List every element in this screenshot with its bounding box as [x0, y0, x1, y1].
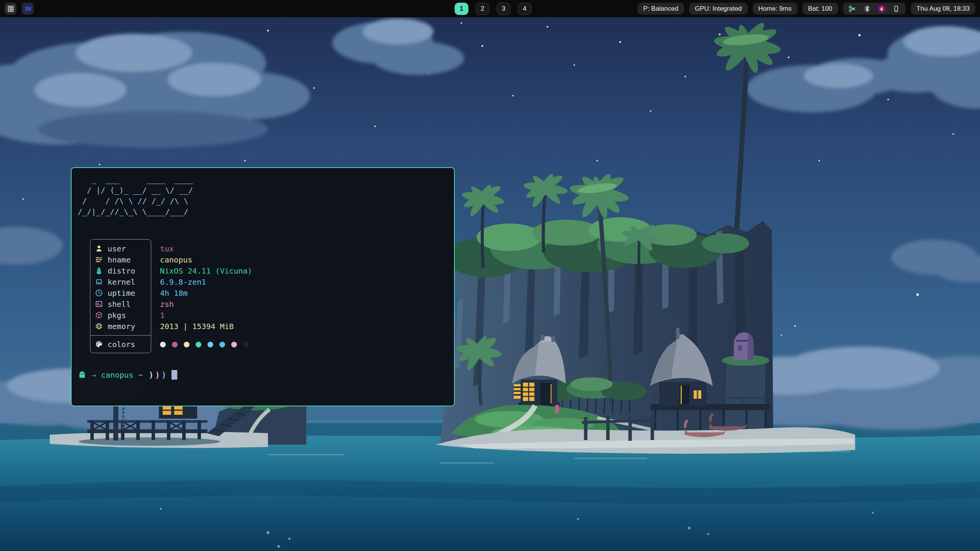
fetch-label: memory: [108, 322, 135, 331]
top-status-bar: $W 1 2 3 4 P: Balanced GPU: Integrated H…: [0, 0, 980, 17]
fetch-label: user: [108, 244, 126, 253]
fetch-row-colors: colors: [90, 335, 151, 353]
list-icon: [95, 256, 103, 264]
fetch-label: uptime: [108, 289, 135, 298]
fetch-row-uptime: uptime: [95, 287, 151, 298]
scissors-icon[interactable]: [848, 5, 857, 13]
fetch-label: hname: [108, 255, 131, 264]
color-swatch: [219, 342, 225, 347]
hut-left-lit-windows: [514, 383, 534, 401]
battery-module[interactable]: Bat: 100: [802, 3, 838, 15]
workspace-label: 2: [481, 5, 484, 13]
fetch-value-distro: NixOS 24.11 (Vicuna): [160, 265, 252, 276]
laptop-icon: [95, 278, 103, 286]
color-swatch: [184, 342, 189, 347]
prompt-chevron-1: ): [143, 370, 154, 380]
color-swatch: [160, 342, 166, 347]
package-icon: [95, 311, 103, 320]
user-icon: [95, 245, 103, 253]
palette-icon: [95, 340, 103, 349]
terminal-color-swatches: [160, 336, 252, 353]
workspace-label: 3: [502, 5, 505, 13]
system-tray: [843, 3, 906, 15]
shell-icon: [95, 300, 103, 308]
terminal-cursor[interactable]: [172, 370, 177, 380]
color-swatch: [196, 342, 201, 347]
color-swatch: [172, 342, 178, 347]
penguin-icon: [95, 267, 103, 275]
system-fetch: user hname distro: [90, 239, 449, 353]
gpu-label: GPU: Integrated: [695, 5, 742, 13]
fetch-value-hname: canopus: [160, 254, 252, 265]
workspace-button-1[interactable]: 1: [455, 3, 469, 15]
fetch-row-kernel: kernel: [95, 276, 151, 287]
ascii-line: _ ___ ____ ____: [78, 174, 449, 185]
fetch-row-memory: memory: [95, 321, 151, 332]
fetch-label: distro: [108, 266, 135, 276]
background-hut: [159, 405, 197, 419]
workspace-switcher: 1 2 3 4: [455, 0, 532, 17]
workspace-button-4[interactable]: 4: [518, 3, 532, 15]
ghost-icon: [78, 370, 87, 379]
bluetooth-icon[interactable]: [863, 5, 871, 13]
prompt-chevron-3: ): [160, 370, 167, 380]
ascii-line: / / /\ \ // /_/ /\ \: [78, 196, 449, 206]
prompt-chevron-2: ): [154, 370, 160, 380]
fetch-value-kernel: 6.9.8-zen1: [160, 276, 252, 287]
prompt-arrow: →: [87, 370, 96, 380]
grid-icon: [7, 5, 15, 13]
clock-label: Thu Aug 08, 18:33: [916, 5, 970, 13]
fetch-label: kernel: [108, 277, 135, 287]
terminal-launcher-label: $W: [24, 5, 31, 12]
nixos-ascii-logo: _ ___ ____ ____ / |/ (_)_ __/ __ \/ __/ …: [78, 174, 449, 217]
chip-icon: [95, 322, 103, 331]
battery-label: Bat: 100: [808, 5, 832, 13]
color-swatch: [243, 342, 249, 347]
fetch-label: shell: [108, 300, 131, 309]
fetch-value-uptime: 4h 18m: [160, 287, 252, 298]
ascii-line: / |/ (_)_ __/ __ \/ __/: [78, 185, 449, 196]
terminal-launcher-button[interactable]: $W: [22, 3, 34, 15]
flame-icon[interactable]: [877, 5, 886, 13]
workspace-label: 1: [460, 5, 463, 13]
clock-module[interactable]: Thu Aug 08, 18:33: [911, 3, 975, 15]
workspace-button-3[interactable]: 3: [497, 3, 511, 15]
shell-prompt[interactable]: → canopus ~ ) ) ): [78, 370, 449, 380]
workspace-button-2[interactable]: 2: [476, 3, 490, 15]
gpu-module[interactable]: GPU: Integrated: [689, 3, 748, 15]
fetch-row-pkgs: pkgs: [95, 310, 151, 321]
fetch-value-user: tux: [160, 243, 252, 254]
fetch-value-memory: 2013 | 15394 MiB: [160, 321, 252, 332]
power-profile-label: P: Balanced: [643, 5, 678, 13]
fetch-row-distro: distro: [95, 265, 151, 276]
bar-right-section: P: Balanced GPU: Integrated Home: 9ms Ba…: [637, 3, 980, 15]
fetch-values: tux canopus NixOS 24.11 (Vicuna) 6.9.8-z…: [160, 239, 252, 353]
power-profile-module[interactable]: P: Balanced: [637, 3, 684, 15]
workspace-label: 4: [523, 5, 526, 13]
color-swatch: [207, 342, 213, 347]
fetch-row-hname: hname: [95, 254, 151, 265]
fetch-label: pkgs: [108, 311, 126, 320]
fetch-row-shell: shell: [95, 298, 151, 310]
phone-icon[interactable]: [892, 5, 900, 13]
ascii-line: /_/|_/_//_\_\ \____/___/: [78, 206, 449, 217]
fetch-label-box: user hname distro: [90, 239, 151, 353]
fetch-value-pkgs: 1: [160, 310, 252, 321]
app-launcher-button[interactable]: [5, 3, 16, 15]
bar-left-section: $W: [0, 3, 34, 15]
terminal-window[interactable]: _ ___ ____ ____ / |/ (_)_ __/ __ \/ __/ …: [71, 167, 455, 406]
fetch-value-shell: zsh: [160, 298, 252, 310]
ping-label: Home: 9ms: [758, 5, 792, 13]
fetch-label: colors: [108, 340, 135, 349]
fetch-row-user: user: [95, 243, 151, 254]
clock-icon: [95, 289, 103, 297]
prompt-path: ~: [133, 370, 143, 380]
color-swatch: [231, 342, 237, 347]
ping-module[interactable]: Home: 9ms: [753, 3, 797, 15]
prompt-hostname: canopus: [96, 370, 133, 380]
moai-statue: [734, 332, 754, 360]
